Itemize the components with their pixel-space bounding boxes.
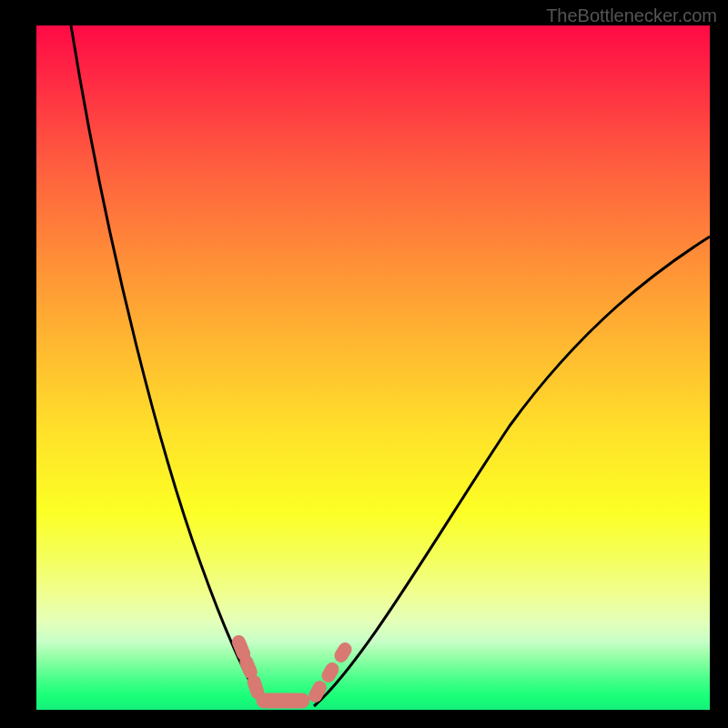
marker-group bbox=[230, 633, 354, 708]
chart-svg bbox=[36, 25, 710, 710]
marker-pill bbox=[332, 641, 354, 664]
left-curve bbox=[71, 25, 262, 703]
marker-pill bbox=[257, 693, 309, 708]
marker-pill bbox=[238, 653, 259, 680]
watermark-text: TheBottlenecker.com bbox=[546, 5, 717, 26]
marker-pill bbox=[307, 679, 329, 704]
marker-pill bbox=[319, 661, 340, 684]
marker-pill bbox=[246, 673, 265, 700]
chart-plot-area bbox=[36, 25, 710, 710]
marker-pill bbox=[230, 633, 251, 662]
right-curve bbox=[314, 237, 710, 706]
